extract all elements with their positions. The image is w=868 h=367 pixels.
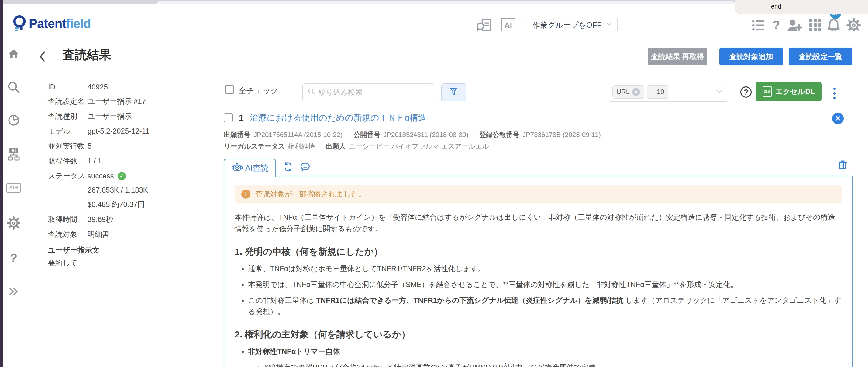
chip-remove-icon[interactable]: × [632,88,640,96]
chevron-down-icon [715,87,724,97]
add-review-target-button[interactable]: 査読対象追加 [719,48,783,65]
speech-bubble-icon [300,161,311,173]
sidebar-item-help[interactable]: ? [0,251,27,265]
review-section1-bullets: 通常、TNFαは対称なホモ三量体としてTNFR1/TNFR2を活性化します。 本… [238,263,842,317]
svg-text:AI: AI [11,148,16,153]
ai-search-icon[interactable]: AI [501,18,516,33]
sidebar-item-ai-classifier[interactable]: AI [0,147,27,163]
chevron-down-icon [605,20,613,30]
ai-review-panel: ! 査読対象が一部省略されました。 本件特許は、TNFα（三量体サイトカイン）を… [224,176,853,367]
patentfield-app: end Patentfield [0,0,868,367]
result-row: 1 治療における使用のための新規のＴＮＦα構造 [224,112,427,123]
tab-ai-review[interactable]: AI査読 [224,159,276,177]
meta-row-setting-name: 査読設定名ユーザー指示 #17 [48,96,206,106]
notifications-bell-icon[interactable] [826,18,841,33]
home-icon [7,48,20,62]
meta-row-status: ステータスsuccess✓ [48,171,206,181]
question-icon: ? [10,251,17,265]
truncation-warning: ! 査読対象が一部省略されました。 [235,185,842,203]
meta-row-tokens: 267.853K / 1.183K [48,186,206,194]
excel-help-icon[interactable]: ? [740,86,752,98]
user-instruction-label: ユーザー指示文 [48,245,206,255]
success-check-icon: ✓ [118,172,126,180]
bullet-subitem: X線構造で参照PDB（化合物34.pdb）と特定残基群のCα原子がRMSD 0.… [264,362,842,367]
sidebar-item-air[interactable]: AIR [0,182,27,193]
pie-chart-icon [7,113,21,129]
more-options-menu[interactable] [833,88,836,101]
filter-funnel-button[interactable] [441,83,466,101]
ai-classifier-icon: AI [6,147,21,163]
nested-bullets: X線構造で参照PDB（化合物34.pdb）と特定残基群のCα原子がRMSD 0.… [251,362,842,367]
double-chevron-right-icon [7,285,20,300]
review-meta-panel: ID40925 査読設定名ユーザー指示 #17 査読種別ユーザー指示 モデルgp… [48,83,206,268]
review-section2-bullets: 非対称性TNFαトリマー自体 X線構造で参照PDB（化合物34.pdb）と特定残… [238,346,842,367]
settings-gear-icon[interactable] [846,18,861,33]
review-section1-heading: 1. 発明の中核（何を新規にしたか） [235,246,842,258]
column-chip-more[interactable]: + 10 [647,85,668,98]
search-icon [7,80,21,95]
remove-result-button[interactable]: × [832,113,844,124]
logo-wordmark: Patentfield [29,17,91,30]
sidebar-item-search[interactable] [0,80,27,95]
browser-tab-sliver [157,1,735,4]
excel-download-button[interactable]: XLS エクセルDL [755,82,822,101]
workgroup-dropdown-value: 作業グループをOFF [532,20,601,30]
meta-row-review-type: 査読種別ユーザー指示 [48,111,206,121]
lightbulb-logo-icon [12,15,27,33]
meta-row-target: 査読対象明細書 [48,229,206,239]
rerun-review-button[interactable] [282,161,294,173]
browser-tooltip: end [735,0,868,14]
check-all-checkbox[interactable] [225,85,234,94]
warning-text: 査読対象が一部省略されました。 [255,189,366,199]
page-title: 査読結果 [63,46,111,63]
robot-icon [231,162,243,174]
column-chip-url[interactable]: URL × [612,85,644,98]
review-section2-heading: 2. 権利化の主対象（何を請求しているか） [235,328,842,341]
trash-icon [837,159,848,172]
refetch-results-button[interactable]: 査読結果 再取得 [648,48,707,65]
check-all-label: 全チェック [238,86,278,96]
list-menu-icon[interactable] [751,18,766,32]
meta-row-id: ID40925 [48,83,206,91]
bullet-item: 通常、TNFαは対称なホモ三量体としてTNFR1/TNFR2を活性化します。 [248,263,842,274]
bullet-item: 非対称性TNFαトリマー自体 X線構造で参照PDB（化合物34.pdb）と特定残… [248,346,842,367]
column-multiselect[interactable]: URL × + 10 [609,82,728,102]
delete-review-button[interactable] [836,159,849,172]
back-button[interactable] [38,50,49,63]
meta-row-parallel: 並列実行数5 [48,141,206,151]
filter-search-box [302,83,433,101]
funnel-icon [448,86,459,98]
ai-review-tab-label: AI査読 [245,163,269,173]
meta-row-cost: $0.485 約70.37円 [48,200,206,209]
meta-row-count: 取得件数1 / 1 [48,156,206,166]
filter-search-input[interactable] [318,88,428,96]
publication-info-line2: リーガルステータス権利維持 出願人ユーシービー バイオファルマ エスアールエル [224,142,498,151]
patentfield-logo[interactable]: Patentfield [12,15,91,33]
air-icon: AIR [6,182,21,193]
review-settings-list-button[interactable]: 査読設定一覧 [789,48,852,65]
result-index: 1 [239,113,244,123]
apps-grid-icon[interactable] [809,19,822,31]
workgroup-dropdown[interactable]: 作業グループをOFF [526,17,618,33]
sidebar-item-home[interactable] [0,48,27,62]
review-intro-paragraph: 本件特許は、TNFα（三量体サイトカイン）を「受容体に結合はするがシグナルは出し… [235,211,842,235]
sidebar-collapse-toggle[interactable] [0,285,27,300]
user-instruction-text: 要約して [48,258,206,268]
comment-button[interactable] [299,161,311,173]
warning-icon: ! [241,190,250,199]
gear-icon [7,216,21,231]
window-edge-strip [0,0,3,367]
bullet-item: 本発明では、TNFα三量体の中心空洞に低分子（SME）を結合させることで、**三… [248,279,842,290]
result-checkbox[interactable] [224,113,233,122]
sidebar-item-settings[interactable] [0,216,27,231]
help-icon[interactable]: ? [773,18,780,32]
result-title-link[interactable]: 治療における使用のための新規のＴＮＦα構造 [250,112,427,123]
bullet-item: この非対称三量体は TNFR1には結合できる一方、TNFR1からの下流シグナル伝… [248,294,842,317]
xls-file-icon: XLS [763,86,772,97]
refresh-icon [283,161,293,173]
meta-row-duration: 取得時間39.69秒 [48,215,206,224]
meta-row-model: モデルgpt-5.2-2025-12-11 [48,126,206,136]
search-icon [308,88,315,97]
publication-info-line1: 出願番号JP2017565114A (2015-10-22) 公開番号JP201… [224,130,610,139]
sidebar-item-analytics[interactable] [0,113,27,129]
